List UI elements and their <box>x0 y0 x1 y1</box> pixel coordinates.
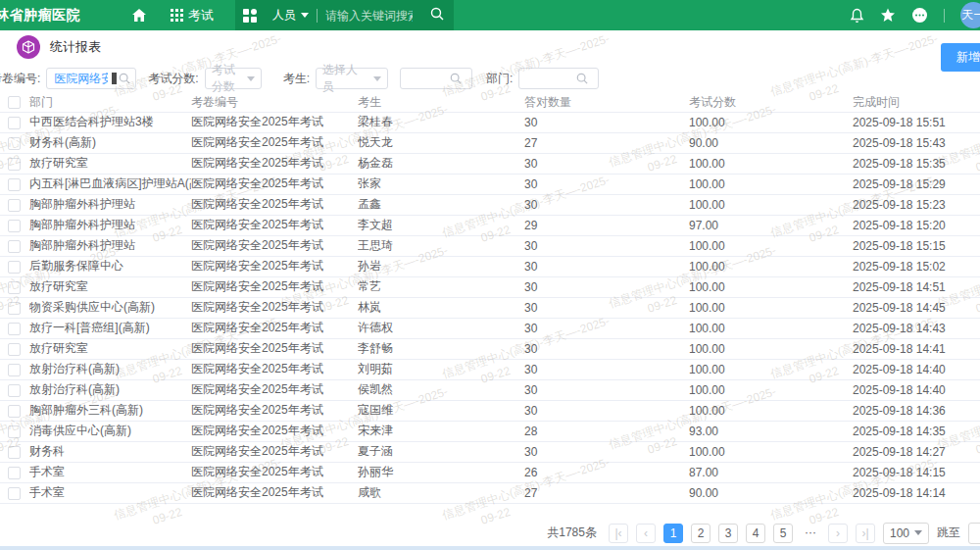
row-checkbox[interactable] <box>8 117 21 129</box>
examinee-select[interactable]: 选择人员 <box>316 68 388 89</box>
cell-dept: 物资采购供应中心(高新) <box>29 297 191 318</box>
cell-score: 100.00 <box>689 174 853 194</box>
cell-dept: 消毒供应中心(高新) <box>29 421 191 441</box>
first-page-icon[interactable]: |‹ <box>609 524 628 543</box>
cell-correct-count: 30 <box>524 174 689 194</box>
results-table: 部门 考卷编号 考生 答对数量 考试分数 完成时间 中西医结合科护理站3楼医院网… <box>0 93 980 550</box>
apps-grid-icon <box>171 9 183 22</box>
cell-finish-time: 2025-09-18 15:02 <box>853 256 980 276</box>
cell-correct-count: 30 <box>524 297 689 318</box>
cell-finish-time: 2025-09-18 15:15 <box>853 235 980 256</box>
search-icon[interactable] <box>420 7 454 25</box>
row-checkbox[interactable] <box>8 364 21 376</box>
row-checkbox[interactable] <box>8 281 21 294</box>
cell-paper: 医院网络安全2025年考试 <box>191 400 358 421</box>
cell-dept: 胸部肿瘤外科护理站 <box>29 235 191 256</box>
message-icon[interactable] <box>911 7 928 24</box>
global-search-input[interactable] <box>318 9 420 23</box>
table-row: 手术室医院网络安全2025年考试孙丽华2687.002025-09-18 14:… <box>0 462 980 482</box>
cell-examinee: 李舒畅 <box>358 338 524 359</box>
widget-icon[interactable] <box>235 0 265 30</box>
cell-examinee: 孙丽华 <box>358 462 524 482</box>
cell-dept: 财务科(高新) <box>29 132 191 153</box>
last-page-icon[interactable]: ›| <box>856 524 875 543</box>
cube-icon <box>17 35 40 59</box>
page-button-1[interactable]: 1 <box>663 524 683 543</box>
dept-filter-label: 部门: <box>486 71 513 87</box>
dept-search-input[interactable] <box>519 69 576 88</box>
row-checkbox[interactable] <box>8 323 21 335</box>
page-button-4[interactable]: 4 <box>746 524 765 543</box>
text-cursor <box>112 73 117 84</box>
nav-exam[interactable]: 考试 <box>159 0 225 30</box>
nav-exam-label: 考试 <box>188 7 214 25</box>
cell-paper: 医院网络安全2025年考试 <box>191 482 358 503</box>
row-checkbox-cell <box>0 235 29 256</box>
cell-finish-time: 2025-09-18 15:23 <box>853 194 980 215</box>
cell-correct-count: 30 <box>524 379 689 400</box>
row-checkbox[interactable] <box>8 137 21 150</box>
cell-score: 100.00 <box>689 297 853 318</box>
row-checkbox[interactable] <box>8 446 21 459</box>
cell-dept: 胸部肿瘤外三科(高新) <box>29 400 191 421</box>
row-checkbox[interactable] <box>8 343 21 356</box>
search-icon[interactable] <box>576 73 588 84</box>
user-avatar[interactable]: 天一 <box>960 2 980 28</box>
cell-correct-count: 30 <box>524 441 689 462</box>
search-scope-select[interactable]: 人员 <box>265 7 317 24</box>
cell-examinee: 悦天龙 <box>358 132 524 153</box>
add-button[interactable]: 新增 <box>941 43 980 72</box>
row-checkbox[interactable] <box>8 467 21 479</box>
cell-dept: 财务科 <box>29 441 191 462</box>
score-select[interactable]: 考试分数 <box>205 68 262 89</box>
cell-examinee: 梁桂春 <box>358 112 524 132</box>
row-checkbox[interactable] <box>8 158 21 171</box>
page-button-2[interactable]: 2 <box>691 524 710 543</box>
col-score: 考试分数 <box>689 93 853 112</box>
cell-correct-count: 30 <box>524 359 689 379</box>
row-checkbox[interactable] <box>8 199 21 212</box>
bell-icon[interactable] <box>850 8 864 24</box>
star-icon[interactable] <box>880 8 896 23</box>
col-finish-time: 完成时间 <box>853 93 980 112</box>
page-size-select[interactable]: 100 <box>883 523 929 544</box>
cell-score: 100.00 <box>689 318 853 338</box>
cell-examinee: 孙岩 <box>358 256 524 276</box>
row-checkbox[interactable] <box>8 261 21 274</box>
paper-number-input[interactable] <box>47 69 112 88</box>
row-checkbox[interactable] <box>8 240 21 253</box>
row-checkbox[interactable] <box>8 302 21 315</box>
cell-dept: 手术室 <box>29 482 191 503</box>
jump-label: 跳至 <box>937 525 960 541</box>
row-checkbox[interactable] <box>8 384 21 397</box>
row-checkbox[interactable] <box>8 425 21 438</box>
cell-finish-time: 2025-09-18 14:14 <box>853 482 980 503</box>
row-checkbox[interactable] <box>8 405 21 418</box>
jump-page-input[interactable] <box>968 523 980 544</box>
row-checkbox[interactable] <box>8 487 21 500</box>
col-correct-count: 答对数量 <box>524 93 689 112</box>
cell-correct-count: 26 <box>524 462 689 482</box>
row-checkbox[interactable] <box>8 178 21 191</box>
next-page-icon[interactable]: › <box>828 524 848 543</box>
ellipsis-pages-button[interactable]: ··· <box>801 524 820 543</box>
examinee-filter-label: 考生: <box>283 71 310 87</box>
cell-score: 100.00 <box>689 359 853 379</box>
page-button-5[interactable]: 5 <box>773 524 793 543</box>
cell-dept: 内五科[淋巴血液病区]护理站A(高新) <box>29 174 191 194</box>
cell-score: 100.00 <box>689 379 853 400</box>
page-button-3[interactable]: 3 <box>718 524 738 543</box>
examinee-search-input[interactable] <box>401 69 450 88</box>
search-icon[interactable] <box>450 73 462 84</box>
search-icon[interactable] <box>119 73 130 84</box>
examinee-select-placeholder: 选择人员 <box>322 62 368 95</box>
row-checkbox-cell <box>0 482 29 503</box>
table-row: 放疗研究室医院网络安全2025年考试常艺30100.002025-09-18 1… <box>0 276 980 297</box>
table-row: 中西医结合科护理站3楼医院网络安全2025年考试梁桂春30100.002025-… <box>0 112 980 132</box>
select-all-checkbox[interactable] <box>8 96 21 109</box>
prev-page-icon[interactable]: ‹ <box>636 524 656 543</box>
home-button[interactable] <box>120 0 159 30</box>
row-checkbox[interactable] <box>8 220 21 232</box>
global-search-group: 人员 <box>235 0 454 30</box>
cell-score: 100.00 <box>689 153 853 174</box>
